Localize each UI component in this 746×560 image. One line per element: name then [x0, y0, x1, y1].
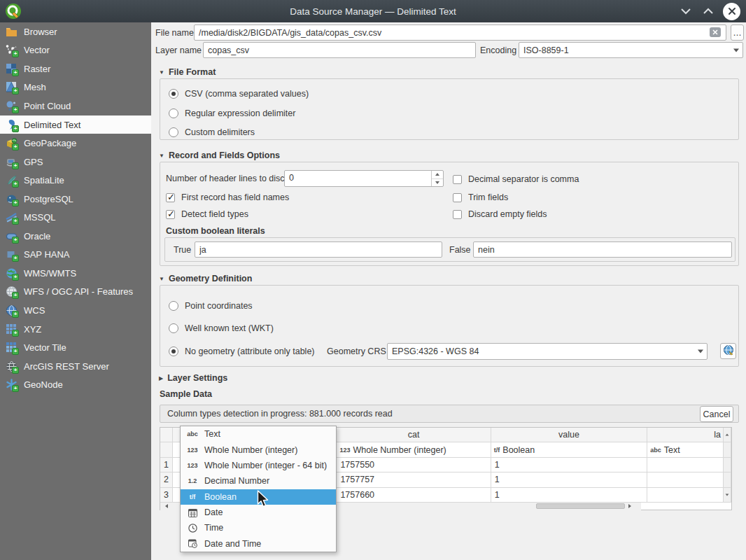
browse-file-button[interactable]: … [731, 24, 744, 41]
sidebar-item-xyz[interactable]: XYZ [0, 320, 151, 339]
sidebar-item-wfs[interactable]: WFS / OGC API - Features [0, 283, 151, 302]
crs-globe-icon [723, 344, 734, 358]
layer-name-input[interactable] [203, 42, 476, 58]
spin-up-icon[interactable] [432, 171, 443, 179]
no-geometry-radio[interactable] [169, 346, 178, 356]
trim-fields-label: Trim fields [468, 192, 508, 202]
sidebar-item-point-cloud[interactable]: Point Cloud [0, 97, 151, 115]
menu-item-decimal-number[interactable]: 1.2 Decimal Number [181, 473, 336, 489]
close-icon[interactable] [723, 3, 740, 20]
table-vscrollbar[interactable] [724, 458, 731, 472]
menu-item-text[interactable]: abc Text [181, 426, 336, 442]
sidebar-item-mesh[interactable]: Mesh [0, 78, 151, 97]
folder-icon [6, 26, 17, 38]
sidebar-item-raster[interactable]: Raster [0, 59, 151, 78]
menu-item-whole-number[interactable]: 123 Whole Number (integer) [181, 442, 336, 457]
text-type-icon: abc [650, 447, 661, 454]
type-select-cat[interactable]: 123 Whole Number (integer) [337, 442, 491, 458]
encoding-select[interactable]: ISO-8859-1 [519, 42, 743, 58]
cancel-button[interactable]: Cancel [700, 406, 733, 422]
geometry-group: Point coordinates Well known text (WKT) … [160, 285, 739, 367]
first-record-option[interactable]: First record has field names [166, 192, 289, 203]
detect-field-types-option[interactable]: Detect field types [166, 209, 248, 220]
text-type-icon: abc [181, 430, 204, 438]
file-format-header[interactable]: ▼ File Format [159, 67, 216, 77]
sidebar-item-postgresql[interactable]: PostgreSQL [0, 190, 151, 209]
cell-la [647, 458, 724, 472]
geometry-header[interactable]: ▼ Geometry Definition [159, 274, 252, 284]
column-header-la: la [647, 428, 724, 442]
sidebar-item-gps[interactable]: GPS [0, 153, 151, 172]
sidebar-item-spatialite[interactable]: SpatiaLite [0, 171, 151, 190]
table-vscrollbar[interactable] [724, 442, 731, 458]
sidebar-item-browser[interactable]: Browser [0, 22, 151, 41]
sidebar-item-wcs[interactable]: WCS [0, 301, 151, 320]
false-literal-input[interactable] [473, 241, 732, 258]
sidebar-item-arcgis-rest-server[interactable]: ArcGIS REST Server [0, 357, 151, 376]
record-fields-header[interactable]: ▼ Record and Fields Options [159, 150, 280, 160]
sidebar-item-sap-hana[interactable]: SAP HANA [0, 246, 151, 265]
wkt-option[interactable]: Well known text (WKT) [169, 323, 274, 334]
table-vscrollbar[interactable] [724, 472, 731, 487]
progress-text: Column types detection in progress: 881.… [167, 409, 393, 419]
sidebar-item-oracle[interactable]: Oracle [0, 227, 151, 246]
chevron-down-icon[interactable] [678, 4, 694, 19]
collapse-arrow-icon: ▼ [159, 69, 164, 76]
discard-empty-fields-option[interactable]: Discard empty fields [453, 209, 547, 220]
decimal-separator-option[interactable]: Decimal separator is comma [453, 174, 579, 185]
first-record-checkbox[interactable] [166, 193, 175, 202]
regex-delimiter-radio[interactable] [169, 108, 178, 118]
xyz-grid-icon [6, 323, 17, 335]
cell-la [647, 472, 724, 487]
csv-option[interactable]: CSV (comma separated values) [169, 88, 309, 99]
decimal-separator-checkbox[interactable] [453, 175, 462, 184]
table-scroll-up-icon[interactable] [724, 428, 731, 442]
point-coordinates-option[interactable]: Point coordinates [169, 300, 253, 312]
layer-settings-header[interactable]: ▶ Layer Settings [159, 373, 227, 383]
file-name-input[interactable] [194, 24, 726, 41]
sidebar-item-geopackage[interactable]: GeoPackage [0, 134, 151, 153]
menu-item-date-and-time[interactable]: Date and Time [181, 536, 336, 552]
menu-item-time[interactable]: Time [181, 520, 336, 536]
custom-delimiters-radio[interactable] [169, 127, 178, 137]
clear-text-icon[interactable] [710, 27, 721, 37]
csv-radio[interactable] [169, 89, 178, 99]
trim-fields-option[interactable]: Trim fields [453, 192, 508, 203]
type-select-value[interactable]: t/f Boolean [491, 442, 647, 458]
custom-delimiters-option[interactable]: Custom delimiters [169, 127, 255, 138]
type-detection-progressbar: Column types detection in progress: 881.… [160, 405, 739, 423]
table-scroll-down-icon[interactable] [724, 488, 731, 503]
regex-delimiter-option[interactable]: Regular expression delimiter [169, 108, 295, 119]
no-geometry-option[interactable]: No geometry (attribute only table) [169, 346, 315, 357]
table-scroll-left-icon[interactable] [160, 503, 173, 510]
wkt-radio[interactable] [169, 323, 178, 333]
table-scroll-right-icon[interactable] [626, 503, 633, 510]
discard-empty-fields-checkbox[interactable] [453, 210, 462, 219]
integer-type-icon: 123 [181, 447, 204, 454]
mouse-cursor-icon [257, 490, 270, 511]
geometry-crs-select[interactable]: EPSG:4326 - WGS 84 [387, 343, 708, 360]
chevron-up-icon[interactable] [701, 4, 716, 19]
spin-down-icon[interactable] [432, 179, 443, 187]
point-coordinates-radio[interactable] [169, 301, 178, 311]
sample-data-title: Sample Data [160, 386, 212, 402]
spatialite-icon [6, 174, 17, 186]
sidebar-item-geonode[interactable]: GeoNode [0, 375, 151, 394]
sidebar-item-mssql[interactable]: MSSQL [0, 208, 151, 227]
sidebar-item-vector[interactable]: Vector [0, 41, 151, 60]
sidebar-item-wms-wmts[interactable]: WMS/WMTS [0, 264, 151, 283]
header-lines-spinner[interactable]: 0 [284, 170, 444, 187]
sidebar-item-vector-tile[interactable]: Vector Tile [0, 338, 151, 357]
decimal-type-icon: 1.2 [181, 477, 204, 484]
type-select-la[interactable]: abc Text [647, 442, 724, 458]
hscroll-thumb[interactable] [536, 503, 625, 509]
mssql-icon [6, 211, 17, 223]
true-literal-input[interactable] [195, 241, 442, 258]
detect-field-types-checkbox[interactable] [166, 210, 175, 219]
sidebar-item-delimited-text[interactable]: Delimited Text [0, 115, 151, 134]
decimal-separator-label: Decimal separator is comma [468, 174, 579, 184]
menu-item-whole-number-64[interactable]: 123 Whole Number (integer - 64 bit) [181, 458, 336, 473]
select-crs-button[interactable] [720, 343, 736, 359]
titlebar: Data Source Manager — Delimited Text [0, 0, 746, 22]
trim-fields-checkbox[interactable] [453, 193, 462, 202]
